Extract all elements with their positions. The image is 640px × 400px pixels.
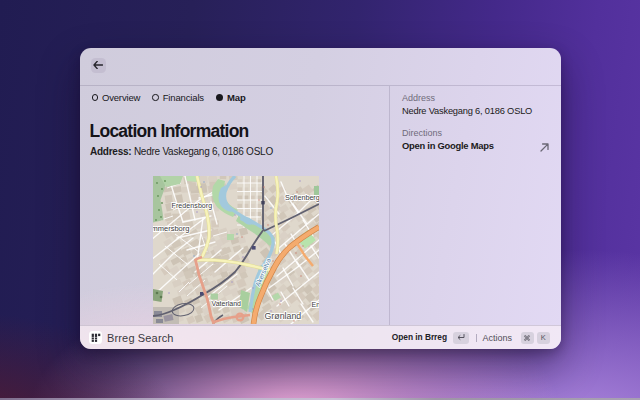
svg-text:Fredensborg: Fredensborg (172, 202, 213, 210)
svg-text:mmersborg: mmersborg (153, 224, 189, 233)
svg-text:Eng: Eng (312, 301, 320, 309)
svg-text:Grønland: Grønland (265, 311, 302, 321)
svg-text:Sofienberg: Sofienberg (285, 193, 319, 202)
svg-text:Vaterland: Vaterland (212, 300, 242, 307)
